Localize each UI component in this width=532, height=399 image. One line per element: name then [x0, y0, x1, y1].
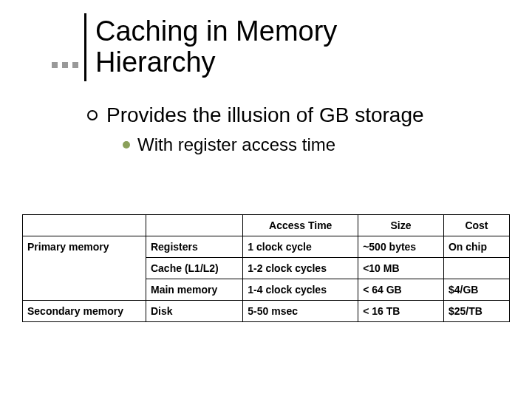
title-line-1: Caching in Memory [95, 16, 337, 47]
memory-hierarchy-table: Access Time Size Cost Primary memory Reg… [22, 214, 510, 322]
row-access: 5-50 msec [243, 301, 358, 322]
row-cost: On chip [443, 236, 509, 258]
dot-icon [72, 62, 78, 68]
header-empty-1 [23, 215, 146, 236]
category-primary: Primary memory [23, 236, 146, 258]
category-secondary: Secondary memory [23, 301, 146, 322]
slide-title-block: Caching in Memory Hierarchy [52, 13, 337, 81]
row-size: <10 MB [358, 258, 444, 279]
header-size: Size [358, 215, 444, 236]
category-spacer [23, 279, 146, 301]
row-label: Registers [146, 236, 242, 258]
header-access-time: Access Time [243, 215, 358, 236]
row-access: 1-4 clock cycles [243, 279, 358, 301]
title-vertical-rule [84, 13, 86, 81]
table-row: Primary memory Registers 1 clock cycle ~… [23, 236, 510, 258]
dot-icon [52, 62, 58, 68]
row-cost: $4/GB [443, 279, 509, 301]
header-cost: Cost [443, 215, 509, 236]
table-row: Secondary memory Disk 5-50 msec < 16 TB … [23, 301, 510, 322]
bullet-level-2: With register access time [123, 134, 502, 155]
table-header-row: Access Time Size Cost [23, 215, 510, 236]
table-row: Main memory 1-4 clock cycles < 64 GB $4/… [23, 279, 510, 301]
row-size: < 16 TB [358, 301, 444, 322]
row-cost: $25/TB [443, 301, 509, 322]
bullet-1-text: Provides the illusion of GB storage [106, 103, 424, 127]
row-access: 1 clock cycle [243, 236, 358, 258]
bullet-2-text: With register access time [137, 134, 335, 155]
ring-bullet-icon [87, 110, 98, 120]
row-cost [443, 258, 509, 279]
title-decor-dots [52, 13, 84, 81]
header-empty-2 [146, 215, 242, 236]
category-spacer [23, 258, 146, 279]
row-size: < 64 GB [358, 279, 444, 301]
disc-bullet-icon [123, 141, 130, 149]
bullet-list: Provides the illusion of GB storage With… [87, 103, 502, 155]
dot-icon [62, 62, 68, 68]
row-label: Cache (L1/L2) [146, 258, 242, 279]
slide-title: Caching in Memory Hierarchy [95, 13, 337, 81]
row-label: Disk [146, 301, 242, 322]
bullet-level-1: Provides the illusion of GB storage [87, 103, 502, 127]
row-size: ~500 bytes [358, 236, 444, 258]
title-line-2: Hierarchy [95, 47, 216, 78]
row-label: Main memory [146, 279, 242, 301]
table-row: Cache (L1/L2) 1-2 clock cycles <10 MB [23, 258, 510, 279]
row-access: 1-2 clock cycles [243, 258, 358, 279]
